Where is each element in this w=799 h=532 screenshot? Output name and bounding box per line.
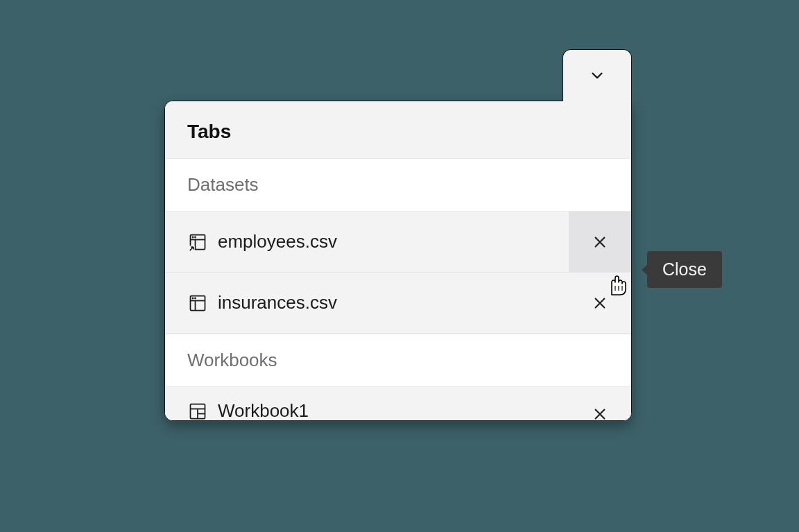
cursor-pointer-icon xyxy=(606,273,627,296)
tab-label: employees.csv xyxy=(218,231,569,252)
tab-row-insurances[interactable]: insurances.csv xyxy=(165,273,631,334)
close-icon xyxy=(592,234,608,250)
tab-label: Workbook1 xyxy=(218,400,569,421)
close-icon xyxy=(592,406,608,421)
dataset-icon xyxy=(187,232,208,252)
tab-row-employees[interactable]: employees.csv xyxy=(165,212,631,273)
panel-title: Tabs xyxy=(187,121,609,143)
workbook-icon xyxy=(187,401,208,421)
tab-label: insurances.csv xyxy=(218,292,569,314)
svg-point-3 xyxy=(192,237,193,237)
section-label-workbooks: Workbooks xyxy=(165,334,631,387)
close-button[interactable] xyxy=(569,387,631,421)
close-button[interactable] xyxy=(569,212,631,272)
tabs-dropdown-trigger[interactable] xyxy=(562,49,632,101)
dataset-icon xyxy=(187,293,208,314)
svg-point-11 xyxy=(192,298,193,298)
section-label-datasets: Datasets xyxy=(165,158,631,212)
tabs-panel: Tabs Datasets employees.csv xyxy=(164,101,632,421)
tab-row-workbook1[interactable]: Workbook1 xyxy=(165,387,631,421)
close-icon xyxy=(592,295,608,311)
panel-header: Tabs xyxy=(165,101,631,158)
svg-point-12 xyxy=(195,298,196,298)
svg-point-4 xyxy=(195,237,196,237)
close-tooltip: Close xyxy=(647,251,722,288)
chevron-down-icon xyxy=(588,67,606,85)
